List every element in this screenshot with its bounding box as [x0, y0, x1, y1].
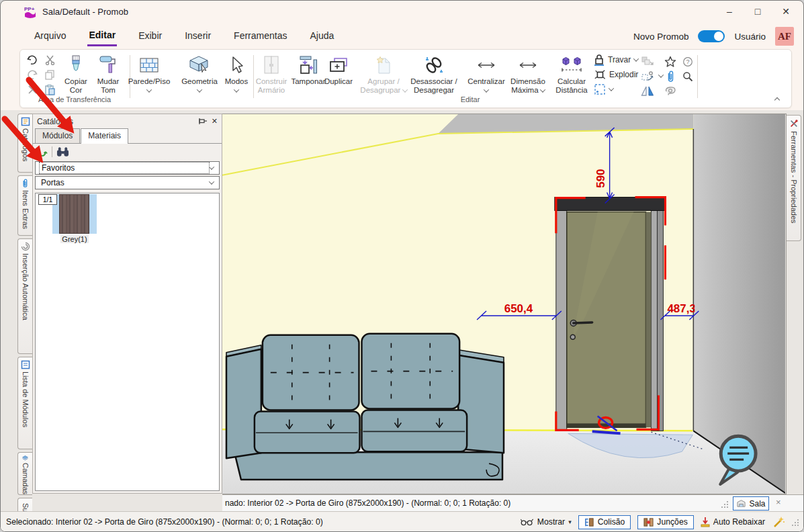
novo-promob-toggle[interactable]	[698, 30, 725, 42]
window-title: Sala/Default - Promob	[42, 7, 128, 17]
category-dropdown[interactable]: Portas	[35, 176, 220, 189]
horizontal-arrows-icon	[476, 53, 496, 77]
search-binoculars-icon[interactable]	[56, 146, 69, 157]
material-thumbnail-selected[interactable]	[52, 194, 97, 234]
room-tab-sala[interactable]: Sala	[733, 496, 769, 511]
chevron-down-icon	[633, 56, 639, 61]
dimensao-maxima-button[interactable]: Dimensão Máxima	[508, 53, 548, 95]
menu-editar[interactable]: Editar	[87, 27, 117, 46]
selection-box-button[interactable]	[594, 83, 613, 95]
favorites-value: Favoritos	[39, 162, 210, 174]
tab-materiais[interactable]: Materiais	[81, 128, 128, 144]
usuario-label[interactable]: Usuário	[734, 32, 766, 42]
materials-list[interactable]: 1/1 Grey(1)	[35, 193, 220, 491]
viewport-footer: nado: Interior 02 -> Porta de Giro (875x…	[222, 494, 804, 511]
chevron-down-icon	[609, 85, 614, 91]
ribbon-separator	[697, 55, 698, 98]
parede-piso-button[interactable]: Parede/Piso	[121, 53, 177, 93]
resize-grip-icon[interactable]	[791, 518, 799, 527]
centralizar-label: Centralizar	[467, 77, 505, 86]
duplicar-label: Duplicar	[324, 77, 353, 86]
mudar-tom-button[interactable]: Mudar Tom	[93, 53, 124, 95]
chevron-down-icon	[658, 72, 664, 77]
juncoes-button[interactable]: Junções	[637, 515, 693, 529]
search-icon[interactable]	[681, 70, 695, 83]
menu-ajuda[interactable]: Ajuda	[308, 28, 335, 45]
duplicar-button[interactable]: Duplicar	[320, 53, 357, 86]
layers-icon	[20, 455, 30, 461]
sidebar-tab-insercao-automatica[interactable]: Inserção Automática	[17, 238, 32, 354]
favorites-dropdown[interactable]: Favoritos	[35, 161, 220, 175]
favorite-star-icon[interactable]	[664, 55, 677, 68]
geometria-button[interactable]: Geometria	[179, 53, 220, 93]
collapse-ribbon-icon[interactable]	[774, 97, 780, 103]
panel-close-icon[interactable]: ✕	[212, 117, 218, 126]
lasso-icon[interactable]	[664, 85, 677, 97]
sidebar-tab-catalogos[interactable]: Catálogos	[17, 114, 32, 173]
calcular-label-1: Calcular	[557, 77, 586, 86]
sidebar-tab-label: Ferramentas - Propriedades	[790, 131, 798, 224]
desassociar-button[interactable]: Desassociar / Desagregar	[404, 53, 463, 95]
dimensao-label-1: Dimensão	[510, 77, 545, 86]
parede-piso-label: Parede/Piso	[128, 77, 171, 86]
sidebar-tab-ferramentas-propriedades[interactable]: Ferramentas - Propriedades	[787, 115, 801, 241]
chevron-down-icon	[484, 87, 489, 92]
broken-chain-icon	[424, 53, 444, 77]
centralizar-button[interactable]: Centralizar	[463, 53, 509, 93]
sidebar-tab-lista-de-modulos[interactable]: Lista de Módulos	[17, 357, 32, 449]
user-avatar[interactable]: AF	[775, 27, 794, 46]
page-indicator: 1/1	[38, 194, 57, 205]
magic-wand-icon[interactable]	[772, 515, 785, 529]
menu-ferramentas[interactable]: Ferramentas	[232, 28, 288, 45]
cursor-arrow-icon	[230, 53, 243, 77]
viewport-3d[interactable]: 590 650,4 487,3	[222, 114, 787, 494]
paste-icon[interactable]	[43, 83, 56, 96]
attachment-paperclip-icon[interactable]	[664, 70, 677, 83]
mirror-icon[interactable]	[641, 85, 654, 97]
redo-icon[interactable]	[26, 69, 39, 81]
category-value: Portas	[39, 177, 210, 188]
menu-arquivo[interactable]: Arquivo	[33, 28, 67, 45]
mostrar-dropdown[interactable]: Mostrar ▾	[521, 517, 572, 527]
sidebar-tab-camadas[interactable]: Camadas	[17, 452, 32, 495]
wood-texture-swatch	[59, 194, 89, 234]
maximize-button[interactable]: □	[744, 1, 772, 23]
geometria-label: Geometria	[181, 77, 218, 86]
close-button[interactable]: ✕	[772, 1, 800, 23]
rotate-insert-button[interactable]	[641, 70, 663, 82]
calcular-distancia-button[interactable]: Calcular Distância	[551, 53, 592, 95]
auto-rebaixar-toggle[interactable]: Auto Rebaixar	[701, 517, 765, 527]
duplicate-icon	[329, 53, 348, 77]
door[interactable]	[555, 197, 665, 431]
update-favorites-icon[interactable]	[36, 146, 48, 158]
colisao-button[interactable]: Colisão	[578, 515, 631, 529]
sofa[interactable]	[226, 334, 504, 480]
construir-armario-button: Construir Armário	[251, 53, 292, 95]
lock-icon	[594, 54, 605, 66]
cube-icon	[189, 53, 210, 77]
explodir-button[interactable]: Explodir	[594, 69, 638, 81]
minimize-button[interactable]: –	[715, 1, 744, 23]
modos-button[interactable]: Modos	[220, 53, 253, 93]
tab-modulos[interactable]: Módulos	[35, 128, 80, 143]
chevron-down-icon	[146, 87, 152, 92]
dashed-selection-icon	[594, 83, 606, 95]
sidebar-tab-itens-extras[interactable]: Itens Extras	[17, 175, 32, 236]
copy-icon[interactable]	[43, 69, 56, 81]
auto-lower-icon	[701, 517, 710, 527]
menu-inserir[interactable]: Inserir	[183, 28, 212, 45]
splitter-grip-icon[interactable]	[721, 500, 729, 508]
undo-icon[interactable]	[26, 54, 39, 66]
delete-icon[interactable]	[26, 83, 39, 96]
copiar-cor-button[interactable]: Copiar Cor	[60, 53, 91, 95]
menu-exibir[interactable]: Exibir	[137, 28, 163, 45]
panel-title-bar: Catálogos ✕	[33, 114, 222, 128]
sidebar-tab-label: Inserção Automática	[21, 253, 30, 320]
travar-button[interactable]: Travar	[594, 54, 638, 66]
room-tab-close-icon[interactable]: ×	[776, 497, 781, 507]
calcular-label-2: Distância	[555, 86, 587, 95]
cut-icon[interactable]	[43, 54, 56, 66]
scene-canvas[interactable]: 590 650,4 487,3	[222, 114, 785, 494]
help-icon[interactable]: ?	[681, 55, 695, 68]
pin-icon[interactable]	[198, 117, 208, 126]
